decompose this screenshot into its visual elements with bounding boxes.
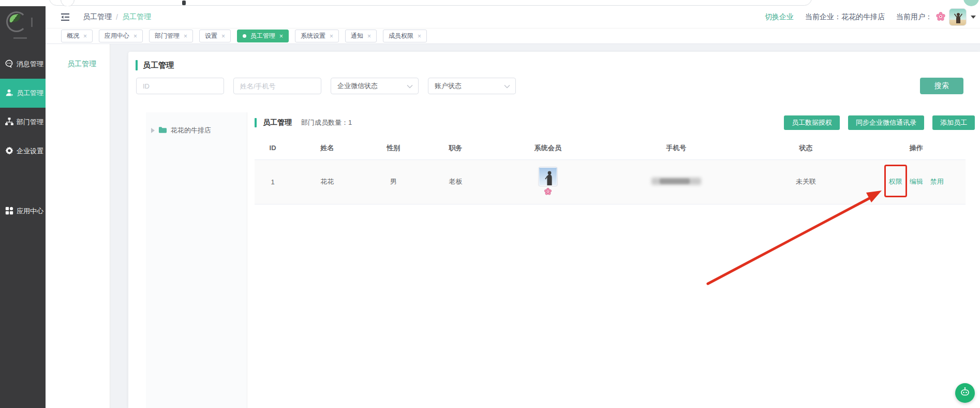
tab-close-icon[interactable]: × (418, 33, 421, 39)
sidebar-item-app-center[interactable]: 应用中心 (0, 197, 46, 226)
add-employee-button[interactable]: 添加员工 (932, 115, 975, 130)
page-title: 员工管理 (143, 61, 174, 70)
redacted-phone (651, 177, 701, 185)
secondary-sidebar: 员工管理 (46, 44, 110, 408)
browser-text-fragment (182, 1, 186, 5)
breadcrumb-item[interactable]: 员工管理 (83, 12, 112, 22)
name-phone-input[interactable] (233, 78, 321, 94)
tab-employees-active[interactable]: 员工管理× (237, 30, 289, 42)
robot-icon (959, 386, 971, 400)
current-company: 当前企业：花花的牛排店 (805, 12, 885, 22)
tab-close-icon[interactable]: × (133, 33, 137, 39)
sidebar-menu: 消息管理 员工管理 部门管理 企业设置 应用中心 (0, 50, 46, 226)
tab-close-icon[interactable]: × (83, 33, 87, 39)
cell-gender: 男 (364, 159, 423, 204)
tab-label: 概况 (67, 32, 79, 40)
wecom-status-value: 企业微信状态 (337, 81, 378, 91)
disable-link[interactable]: 禁用 (930, 177, 944, 186)
customer-support-button[interactable] (955, 383, 975, 403)
tab-member-permissions[interactable]: 成员权限× (383, 30, 427, 42)
col-header-member: 系统会员 (488, 137, 607, 159)
tree-expand-caret-icon[interactable] (151, 128, 155, 133)
user-avatar[interactable] (949, 8, 967, 26)
employee-section-title: 员工管理 (263, 118, 292, 127)
wecom-status-select[interactable]: 企业微信状态 (331, 78, 419, 94)
member-avatar[interactable] (538, 167, 558, 186)
member-count: 部门成员数量：1 (301, 118, 352, 127)
user-menu-caret-icon[interactable] (971, 16, 976, 19)
logo-dash (13, 37, 27, 39)
tab-close-icon[interactable]: × (367, 33, 371, 39)
cell-id: 1 (255, 159, 291, 204)
tree-node-label: 花花的牛排店 (171, 126, 211, 135)
active-tab-dot (243, 34, 246, 38)
id-input[interactable] (136, 78, 224, 94)
account-status-select[interactable]: 账户状态 (428, 78, 516, 94)
tab-close-icon[interactable]: × (184, 33, 187, 39)
title-accent-bar (136, 60, 138, 70)
message-icon (5, 59, 14, 70)
cell-actions: 权限 编辑 禁用 (867, 159, 966, 204)
cell-member (488, 159, 607, 204)
data-authorize-button[interactable]: 员工数据授权 (784, 115, 840, 130)
org-chart-icon (5, 117, 14, 128)
filters-section-title: 员工管理 (136, 60, 174, 70)
member-flower-badge-icon (544, 187, 552, 197)
sidebar-item-departments[interactable]: 部门管理 (0, 108, 46, 137)
sidebar-item-label: 应用中心 (17, 207, 43, 216)
sidebar-item-settings[interactable]: 企业设置 (0, 137, 46, 166)
employee-section-header: 员工管理 部门成员数量：1 员工数据授权 同步企业微信通讯录 添加员工 (255, 115, 975, 130)
tab-app-center[interactable]: 应用中心× (99, 30, 143, 42)
main-sidebar: 消息管理 员工管理 部门管理 企业设置 应用中心 (0, 6, 46, 408)
main-card: 员工管理 企业微信状态 账户状态 搜索 花花的牛排店 (128, 52, 980, 408)
tab-settings[interactable]: 设置× (199, 30, 231, 42)
tab-label: 成员权限 (389, 32, 413, 40)
current-user-cluster: 当前用户： (896, 8, 976, 26)
tab-label: 系统设置 (301, 32, 325, 40)
breadcrumb-item-current[interactable]: 员工管理 (122, 12, 151, 22)
tab-overview[interactable]: 概况× (61, 30, 93, 42)
department-tree-panel: 花花的牛排店 (146, 112, 247, 408)
table-header-row: ID 姓名 性别 职务 系统会员 手机号 状态 操作 (255, 137, 966, 159)
tab-close-icon[interactable]: × (221, 33, 225, 39)
content-area: 员工管理 员工管理 企业微信状态 账户状态 搜索 花花的牛排店 (46, 44, 980, 408)
current-company-label: 当前企业： (805, 12, 841, 21)
app-logo (0, 6, 46, 47)
search-button[interactable]: 搜索 (920, 78, 963, 94)
sidebar-item-employees[interactable]: 员工管理 (0, 79, 46, 108)
cell-status: 未关联 (745, 159, 867, 204)
employee-table-section: 员工管理 部门成员数量：1 员工数据授权 同步企业微信通讯录 添加员工 ID 姓… (255, 115, 975, 408)
col-header-gender: 性别 (364, 137, 423, 159)
col-header-phone: 手机号 (607, 137, 745, 159)
current-user-label: 当前用户： (896, 12, 932, 22)
title-accent-bar (255, 118, 257, 127)
permission-link[interactable]: 权限 (889, 177, 902, 186)
tab-close-icon[interactable]: × (279, 33, 283, 39)
edit-link[interactable]: 编辑 (910, 177, 923, 186)
sync-wecom-contacts-button[interactable]: 同步企业微信通讯录 (848, 115, 924, 130)
sidebar-item-label: 部门管理 (17, 118, 43, 127)
switch-company-link[interactable]: 切换企业 (765, 12, 794, 22)
tab-notifications[interactable]: 通知× (345, 30, 377, 42)
breadcrumb-separator: / (116, 13, 118, 21)
tab-label: 通知 (351, 32, 363, 40)
table-row: 1 花花 男 老板 (255, 159, 966, 204)
tab-label: 部门管理 (155, 32, 180, 40)
user-icon (5, 88, 14, 99)
tree-node-root[interactable]: 花花的牛排店 (146, 112, 247, 135)
col-header-status: 状态 (745, 137, 867, 159)
logo-dash (31, 18, 33, 27)
app-grid-icon (5, 206, 14, 217)
top-header: 员工管理 / 员工管理 切换企业 当前企业：花花的牛排店 当前用户： (46, 6, 980, 28)
sidebar-item-label: 员工管理 (17, 89, 43, 98)
sidebar-collapse-icon[interactable] (60, 13, 70, 21)
col-header-id: ID (255, 137, 291, 159)
table-toolbar: 员工数据授权 同步企业微信通讯录 添加员工 (784, 115, 975, 130)
secondary-nav-item-employees[interactable]: 员工管理 (67, 60, 110, 69)
open-tabs-bar: 概况× 应用中心× 部门管理× 设置× 员工管理× 系统设置× 通知× 成员权限… (46, 28, 980, 44)
tab-close-icon[interactable]: × (330, 33, 333, 39)
tab-departments[interactable]: 部门管理× (149, 30, 193, 42)
cell-name: 花花 (291, 159, 363, 204)
tab-system-settings[interactable]: 系统设置× (295, 30, 339, 42)
sidebar-item-messages[interactable]: 消息管理 (0, 50, 46, 79)
